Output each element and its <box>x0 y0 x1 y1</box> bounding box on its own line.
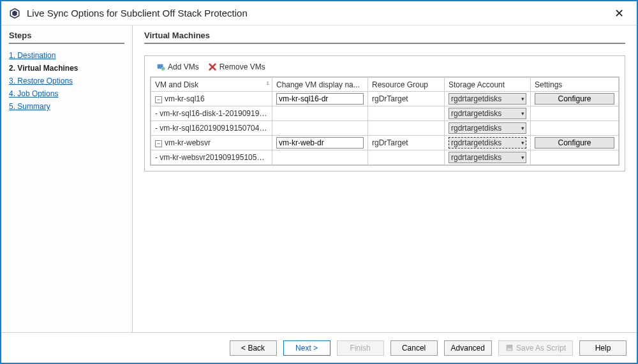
svg-marker-1 <box>12 10 17 16</box>
step-destination[interactable]: 1. Destination <box>9 51 56 60</box>
table-row: - vm-kr-sql1620190919150704.vhd rgdrtarg… <box>151 121 619 136</box>
dialog-body: Steps 1. Destination 2. Virtual Machines… <box>1 25 637 332</box>
storage-dropdown[interactable]: rgdrtargetdisks▾ <box>449 137 526 149</box>
table-row: −vm-kr-websvr rgDrTarget rgdrtargetdisks… <box>151 136 619 150</box>
svg-rect-5 <box>507 348 512 350</box>
collapse-icon[interactable]: − <box>155 140 162 147</box>
table-row: - vm-kr-websvr2019091951059.... rgdrtarg… <box>151 150 619 165</box>
col-settings[interactable]: Settings <box>531 78 619 92</box>
storage-dropdown[interactable]: rgdrtargetdisks▾ <box>449 152 526 163</box>
window-title: Live Sync Options for Subclient Off Stac… <box>27 8 609 18</box>
dialog-window: Live Sync Options for Subclient Off Stac… <box>0 0 638 364</box>
button-bar: < Back Next > Finish Cancel Advanced Sav… <box>1 332 637 363</box>
chevron-down-icon: ▾ <box>521 140 524 146</box>
main-panel: Virtual Machines Add VMs Remove VMs <box>133 25 637 332</box>
display-name-input[interactable] <box>276 137 364 149</box>
chevron-down-icon: ▾ <box>521 110 524 117</box>
steps-list: 1. Destination 2. Virtual Machines 3. Re… <box>9 49 124 113</box>
app-icon <box>9 8 20 19</box>
col-vm-disk[interactable]: VM and Disk1 <box>151 78 272 92</box>
chevron-down-icon: ▾ <box>521 125 524 131</box>
add-vms-button[interactable]: Add VMs <box>156 62 199 71</box>
display-name-input[interactable] <box>276 93 364 105</box>
cancel-button[interactable]: Cancel <box>390 340 438 356</box>
content-panel: Add VMs Remove VMs VM and D <box>144 55 625 171</box>
chevron-down-icon: ▾ <box>521 154 524 161</box>
steps-heading: Steps <box>9 31 124 44</box>
configure-button[interactable]: Configure <box>535 137 614 149</box>
remove-vms-label: Remove VMs <box>219 62 265 71</box>
disk-name: - vm-kr-websvr2019091951059.... <box>151 150 272 165</box>
save-icon <box>505 344 514 352</box>
grid-toolbar: Add VMs Remove VMs <box>150 62 619 76</box>
resource-group-cell: rgDrTarget <box>368 136 445 150</box>
next-button[interactable]: Next > <box>283 340 330 356</box>
main-heading: Virtual Machines <box>144 31 625 44</box>
step-job-options[interactable]: 4. Job Options <box>9 89 58 98</box>
step-summary[interactable]: 5. Summary <box>9 102 50 111</box>
table-row: −vm-kr-sql16 rgDrTarget rgdrtargetdisks▾… <box>151 92 619 106</box>
close-button[interactable]: ✕ <box>609 4 629 23</box>
step-virtual-machines[interactable]: 2. Virtual Machines <box>9 64 78 73</box>
add-icon <box>156 62 165 71</box>
remove-vms-button[interactable]: Remove VMs <box>208 62 265 71</box>
help-button[interactable]: Help <box>579 340 627 356</box>
vm-name: vm-kr-sql16 <box>165 94 205 103</box>
vm-grid: VM and Disk1 Change VM display na... Res… <box>150 76 619 166</box>
collapse-icon[interactable]: − <box>155 96 162 103</box>
step-restore-options[interactable]: 3. Restore Options <box>9 76 73 85</box>
storage-dropdown[interactable]: rgdrtargetdisks▾ <box>449 122 526 134</box>
titlebar: Live Sync Options for Subclient Off Stac… <box>1 1 637 25</box>
back-button[interactable]: < Back <box>230 340 277 356</box>
resource-group-cell: rgDrTarget <box>368 92 445 106</box>
disk-name: - vm-kr-sql16-disk-1-2019091950... <box>151 106 272 121</box>
storage-dropdown[interactable]: rgdrtargetdisks▾ <box>449 108 526 119</box>
add-vms-label: Add VMs <box>168 62 199 71</box>
col-resource-group[interactable]: Resource Group <box>368 78 445 92</box>
disk-name: - vm-kr-sql1620190919150704.vhd <box>151 121 272 136</box>
col-display-name[interactable]: Change VM display na... <box>272 78 368 92</box>
save-as-script-button: Save As Script <box>498 340 573 356</box>
remove-icon <box>208 62 217 71</box>
chevron-down-icon: ▾ <box>521 96 524 102</box>
steps-sidebar: Steps 1. Destination 2. Virtual Machines… <box>1 25 133 332</box>
storage-dropdown[interactable]: rgdrtargetdisks▾ <box>449 93 526 105</box>
configure-button[interactable]: Configure <box>535 93 614 105</box>
col-storage[interactable]: Storage Account <box>445 78 531 92</box>
vm-name: vm-kr-websvr <box>165 138 211 147</box>
finish-button: Finish <box>337 340 384 356</box>
table-row: - vm-kr-sql16-disk-1-2019091950... rgdrt… <box>151 106 619 121</box>
advanced-button[interactable]: Advanced <box>444 340 492 356</box>
